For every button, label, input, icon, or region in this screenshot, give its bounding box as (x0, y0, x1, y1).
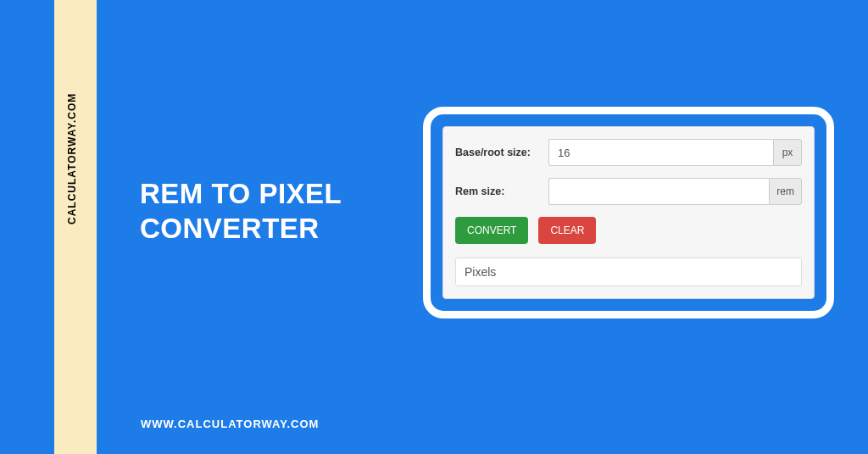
decorative-stripe (54, 0, 97, 454)
base-size-input-group: px (548, 139, 802, 166)
rem-size-input-group: rem (548, 178, 802, 205)
button-row: CONVERT CLEAR (455, 217, 802, 244)
convert-button[interactable]: CONVERT (455, 217, 528, 244)
base-size-label: Base/root size: (455, 147, 540, 158)
result-output: Pixels (455, 257, 802, 286)
title-line-2: CONVERTER (140, 211, 342, 246)
page-title: REM TO PIXEL CONVERTER (140, 176, 342, 246)
rem-size-input[interactable] (548, 178, 769, 205)
base-size-row: Base/root size: px (455, 139, 802, 166)
base-size-input[interactable] (548, 139, 773, 166)
base-size-unit: px (773, 139, 802, 166)
rem-size-label: Rem size: (455, 185, 540, 197)
footer-url: WWW.CALCULATORWAY.COM (141, 418, 319, 430)
sidebar-brand-text: CALCULATORWAY.COM (66, 93, 78, 224)
title-line-1: REM TO PIXEL (140, 176, 342, 211)
converter-card-frame: Base/root size: px Rem size: rem CONVERT… (423, 107, 834, 318)
clear-button[interactable]: CLEAR (538, 217, 596, 244)
converter-card: Base/root size: px Rem size: rem CONVERT… (442, 126, 815, 299)
rem-size-unit: rem (769, 178, 802, 205)
rem-size-row: Rem size: rem (455, 178, 802, 205)
